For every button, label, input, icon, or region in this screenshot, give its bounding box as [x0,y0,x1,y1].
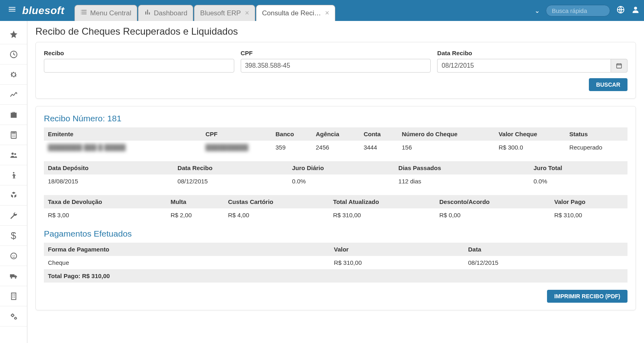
chevron-down-icon[interactable]: ⌄ [535,7,540,15]
td-data: 08/12/2015 [464,256,627,269]
th-forma-pagamento: Forma de Pagamento [44,243,330,256]
sidebar-users[interactable] [0,145,27,165]
td-data-deposito: 18/08/2015 [44,175,173,188]
svg-point-20 [10,277,12,279]
imprimir-button[interactable]: IMPRIMIR RECIBO (PDF) [547,290,627,303]
td-valor-pago: R$ 310,00 [550,208,627,222]
svg-rect-31 [617,64,621,68]
th-multa: Multa [167,195,224,208]
td-total-pago: Total Pago: R$ 310,00 [44,269,627,283]
tabs: Menu Central Dashboard Bluesoft ERP × Co… [74,0,336,21]
close-icon[interactable]: × [245,9,249,17]
tab-consulta-recibo[interactable]: Consulta de Reci… × [256,5,335,21]
svg-rect-24 [14,294,14,295]
sidebar-dollar[interactable]: $ [0,226,27,246]
cogs-icon [9,312,18,321]
th-dias-passados: Dias Passados [394,161,530,175]
label-recibo: Recibo [44,50,234,56]
svg-rect-25 [12,295,13,296]
th-taxa-devolucao: Taxa de Devolução [44,195,167,208]
calendar-button[interactable] [611,59,627,73]
td-conta: 3444 [359,141,398,154]
svg-point-14 [11,152,14,155]
svg-point-9 [13,135,14,135]
total-row: Total Pago: R$ 310,00 [44,269,627,283]
input-recibo[interactable] [44,59,234,73]
td-desconto: R$ 0,00 [436,208,550,222]
th-cpf: CPF [202,127,272,141]
sidebar-person[interactable] [0,165,27,185]
td-forma-pagamento: Cheque [44,256,330,269]
td-valor: R$ 310,00 [330,256,464,269]
sidebar-cogs[interactable] [0,306,27,326]
svg-point-15 [14,153,16,155]
sidebar-lion[interactable] [0,246,27,266]
cubes-icon [9,191,18,200]
th-status: Status [566,127,627,141]
tab-bluesoft-erp[interactable]: Bluesoft ERP × [194,5,255,21]
th-total-atualizado: Total Atualizado [329,195,435,208]
svg-point-17 [10,253,17,259]
buscar-button[interactable]: BUSCAR [589,78,627,91]
label-cpf: CPF [241,50,431,56]
svg-rect-28 [14,297,14,297]
truck-icon [9,272,18,281]
th-banco: Banco [272,127,312,141]
logo: bluesoft [22,4,64,17]
sidebar-star[interactable] [0,24,27,44]
sidebar-cubes[interactable] [0,185,27,206]
td-banco: 359 [272,141,312,154]
th-juro-total: Juro Total [529,161,627,175]
input-data-recibo[interactable] [437,59,611,73]
svg-rect-23 [12,294,13,295]
td-total-atualizado: R$ 310,00 [329,208,435,222]
main-content: Recibo de Cheques Recuperados e Liquidad… [27,21,644,343]
tab-dashboard[interactable]: Dashboard [138,5,193,21]
sidebar-briefcase[interactable] [0,105,27,125]
result-card: Recibo Número: 181 Emitente CPF Banco Ag… [35,106,636,310]
td-status: Recuperado [566,141,627,154]
field-data-recibo: Data Recibo [437,50,627,73]
menu-toggle[interactable] [4,5,20,16]
wrench-icon [9,211,18,220]
svg-rect-22 [11,293,16,299]
svg-point-8 [12,135,13,135]
bar-chart-icon [144,8,151,18]
th-juro-diario: Juro Diário [288,161,394,175]
svg-point-13 [14,136,15,137]
td-valor-cheque: R$ 300.0 [495,141,566,154]
sidebar-wrench[interactable] [0,206,27,226]
user-icon[interactable] [631,5,640,16]
table-row: R$ 3,00 R$ 2,00 R$ 4,00 R$ 310,00 R$ 0,0… [44,208,627,222]
layout: $ Recibo de Cheques Recuperados e Liquid… [0,21,644,343]
td-juro-diario: 0.0% [288,175,394,188]
sidebar-clock[interactable] [0,44,27,64]
th-valor-cheque: Valor Cheque [495,127,566,141]
sidebar-truck[interactable] [0,266,27,286]
menu-list-icon [80,8,88,18]
td-dias-passados: 112 dias [394,175,530,188]
sidebar-gear[interactable] [0,64,27,85]
svg-point-29 [11,314,14,316]
global-search-input[interactable] [546,5,610,17]
close-icon[interactable]: × [325,9,329,17]
table-recibo-1: Emitente CPF Banco Agência Conta Número … [44,127,627,154]
recibo-heading: Recibo Número: 181 [44,114,627,123]
hamburger-icon [8,5,17,14]
globe-icon[interactable] [616,5,625,16]
star-icon [9,30,18,39]
th-data-deposito: Data Depósito [44,161,173,175]
sidebar-building[interactable] [0,286,27,306]
table-row: ████████ ███ █ █████ ██████████ 359 2456… [44,141,627,154]
table-pagamentos: Forma de Pagamento Valor Data Cheque R$ … [44,243,627,283]
field-recibo: Recibo [44,50,234,73]
td-data-recibo: 08/12/2015 [173,175,288,188]
td-numero-cheque: 156 [398,141,494,154]
sidebar-line-chart[interactable] [0,85,27,105]
gear-icon [9,70,18,79]
svg-point-21 [14,277,16,279]
table-recibo-3: Taxa de Devolução Multa Custas Cartório … [44,195,627,222]
sidebar-calculator[interactable] [0,125,27,145]
input-cpf[interactable] [241,59,431,73]
tab-menu-central[interactable]: Menu Central [74,5,137,21]
